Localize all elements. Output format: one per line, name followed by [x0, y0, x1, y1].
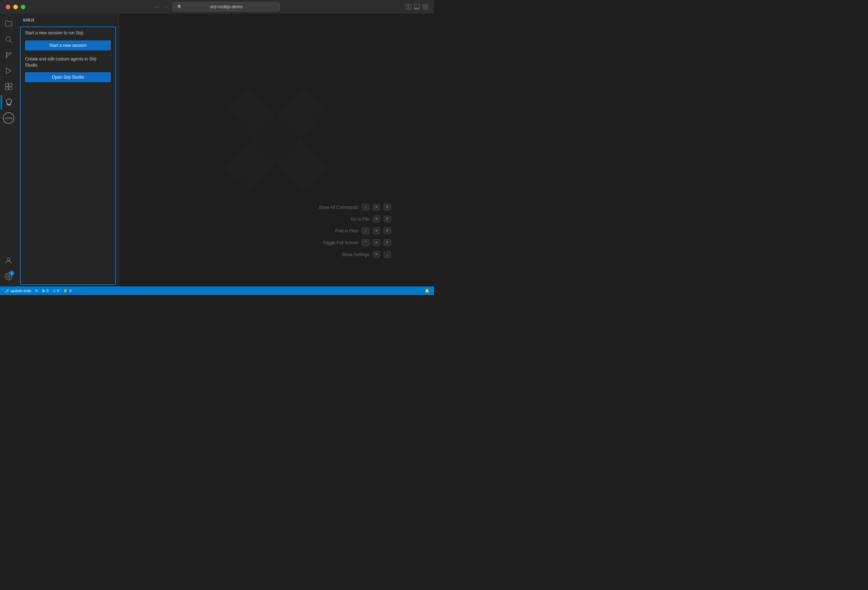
shortcut-label: Toggle Full Screen — [323, 240, 358, 245]
search-label: sirji-nodejs-demo — [210, 4, 242, 9]
titlebar: ← → 🔍 sirji-nodejs-demo — [0, 0, 434, 13]
json-icon: JSON — [3, 112, 14, 124]
layout-icon[interactable] — [422, 4, 428, 10]
open-studio-button[interactable]: Open Sirji Studio — [25, 72, 111, 82]
extensions-icon — [4, 83, 13, 90]
status-sync[interactable]: ↻ — [35, 288, 38, 293]
svg-marker-13 — [6, 68, 11, 74]
git-icon — [4, 51, 13, 59]
git-icon: ⎇ — [4, 288, 9, 293]
window-controls — [6, 4, 25, 9]
nav-back[interactable]: ← — [154, 4, 160, 10]
start-session-button[interactable]: Start a new session — [25, 40, 111, 50]
search-icon — [4, 35, 13, 43]
shortcut-key: F — [384, 239, 391, 246]
account-icon — [4, 257, 13, 265]
svg-point-8 — [6, 37, 11, 41]
status-ports[interactable]: ⚡ 0 — [63, 288, 71, 293]
shortcut-show-settings: Show Settings ⌘ , — [319, 251, 391, 258]
branch-name: update-todo — [10, 288, 31, 293]
svg-rect-2 — [414, 4, 419, 8]
status-bar: ⎇ update-todo ↻ ⊗ 0 ⚠ 0 ⚡ 0 🔔 — [0, 287, 434, 295]
warning-icon: ⚠ — [52, 288, 56, 293]
sidebar-item-json[interactable]: JSON — [1, 111, 16, 125]
shortcut-key: P — [384, 216, 391, 222]
svg-rect-15 — [9, 83, 12, 86]
svg-point-11 — [10, 53, 12, 54]
svg-rect-14 — [5, 83, 8, 86]
run-icon — [4, 67, 13, 75]
shortcut-find-in-files: Find in Files ⇧ ⌘ F — [319, 228, 391, 234]
shortcut-key: ⌘ — [373, 239, 380, 246]
sidebar-item-account[interactable] — [1, 253, 16, 268]
shortcut-toggle-fullscreen: Toggle Full Screen ^ ⌘ F — [319, 239, 391, 246]
svg-rect-5 — [426, 4, 428, 6]
vscode-logo — [223, 85, 330, 194]
main-layout: JSON 1 SIRJI Start a new session to run … — [0, 13, 434, 287]
sirji-icon — [5, 98, 13, 106]
error-icon: ⊗ — [42, 288, 45, 293]
shortcut-key: ⇧ — [362, 228, 369, 234]
sidebar-toggle-icon[interactable] — [405, 4, 411, 10]
studio-description: Create and edit custom agents in Sirji S… — [25, 56, 111, 68]
shortcut-label: Go to File — [351, 217, 369, 222]
status-left: ⎇ update-todo ↻ ⊗ 0 ⚠ 0 ⚡ 0 — [4, 288, 71, 293]
svg-rect-17 — [9, 87, 12, 90]
svg-rect-6 — [423, 7, 425, 9]
shortcut-key: P — [384, 204, 391, 211]
sidebar-item-source-control[interactable] — [1, 48, 16, 62]
shortcut-key: ⌘ — [373, 251, 380, 258]
shortcut-key: , — [384, 251, 391, 258]
status-right: 🔔 — [425, 288, 430, 293]
minimize-button[interactable] — [13, 4, 18, 9]
sync-icon: ↻ — [35, 288, 38, 293]
files-icon — [4, 20, 13, 28]
shortcut-key: ⇧ — [362, 204, 369, 211]
svg-rect-7 — [426, 7, 428, 9]
shortcut-label: Show Settings — [342, 252, 369, 257]
sidebar-panel: SIRJI Start a new session to run Sirji. … — [17, 13, 119, 287]
panel-toggle-icon[interactable] — [414, 4, 420, 10]
nav-forward[interactable]: → — [163, 4, 169, 10]
shortcut-label: Find in Files — [335, 229, 358, 234]
error-count: 0 — [46, 288, 49, 293]
shortcut-key: ⌘ — [373, 204, 380, 211]
status-warnings[interactable]: ⚠ 0 — [52, 288, 59, 293]
warning-count: 0 — [57, 288, 59, 293]
session-description: Start a new session to run Sirji. — [25, 30, 111, 36]
sidebar-item-settings[interactable]: 1 — [1, 269, 16, 284]
shortcut-key: ⌘ — [373, 228, 380, 234]
svg-rect-1 — [409, 4, 411, 9]
svg-point-21 — [7, 258, 10, 261]
notification-icon[interactable]: 🔔 — [425, 288, 430, 293]
svg-rect-3 — [414, 8, 419, 9]
svg-point-22 — [7, 275, 10, 278]
maximize-button[interactable] — [21, 4, 25, 9]
search-bar[interactable]: 🔍 sirji-nodejs-demo — [173, 2, 280, 12]
panel-content: Start a new session to run Sirji. Start … — [20, 27, 116, 285]
svg-point-10 — [6, 53, 7, 54]
status-git-branch[interactable]: ⎇ update-todo — [4, 288, 31, 293]
svg-rect-0 — [406, 4, 408, 9]
panel-title: SIRJI — [17, 13, 119, 25]
svg-point-12 — [6, 56, 7, 58]
shortcut-go-to-file: Go to File ⌘ P — [319, 216, 391, 222]
sidebar-item-explorer[interactable] — [1, 16, 16, 31]
shortcut-key: F — [384, 228, 391, 234]
ports-icon: ⚡ — [63, 288, 68, 293]
svg-line-9 — [10, 41, 12, 43]
svg-rect-4 — [423, 4, 425, 6]
sidebar-item-sirji[interactable] — [1, 95, 16, 109]
shortcut-key: ^ — [362, 239, 369, 246]
shortcut-key: ⌘ — [373, 216, 380, 222]
status-errors[interactable]: ⊗ 0 — [42, 288, 49, 293]
titlebar-right — [405, 4, 428, 10]
activity-bar: JSON 1 — [0, 13, 17, 287]
shortcuts-panel: Show All Commands ⇧ ⌘ P Go to File ⌘ P F… — [319, 204, 391, 258]
settings-badge: 1 — [9, 271, 14, 276]
close-button[interactable] — [6, 4, 10, 9]
sidebar-item-run[interactable] — [1, 64, 16, 78]
sidebar-item-search[interactable] — [1, 32, 16, 46]
editor-area: Show All Commands ⇧ ⌘ P Go to File ⌘ P F… — [119, 13, 434, 287]
sidebar-item-extensions[interactable] — [1, 79, 16, 94]
